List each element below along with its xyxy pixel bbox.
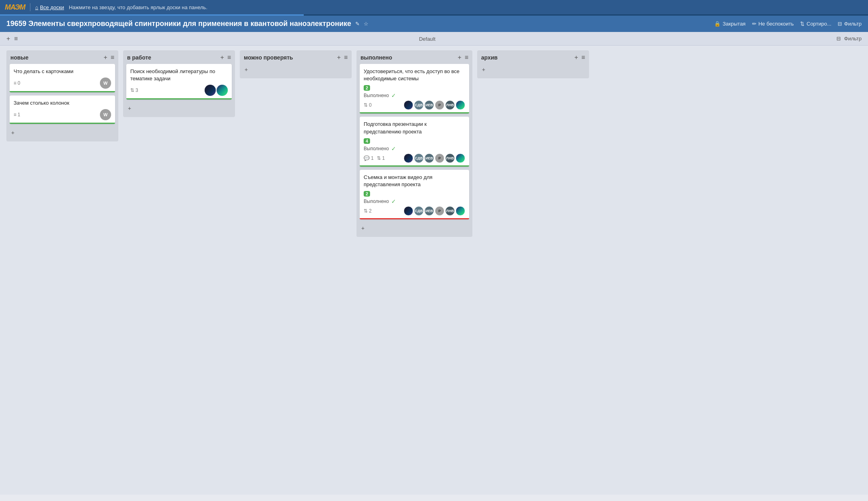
menu-btn[interactable]: ≡: [14, 35, 18, 42]
filter-icon: ⊟: [838, 21, 842, 27]
avatar-last-c6: [456, 206, 465, 216]
column-title-cancheck: можно проверять: [244, 54, 293, 61]
avatar-main-c5: [404, 153, 413, 163]
column-title-inwork: в работе: [127, 54, 151, 61]
add-list-btn[interactable]: +: [6, 35, 10, 42]
add-card-cancheck[interactable]: +: [243, 64, 348, 75]
check-icon-c4: ✓: [391, 92, 396, 99]
add-card-btn-inwork[interactable]: +: [220, 54, 224, 61]
card-meta-left-c2: ≡ 1: [14, 112, 20, 117]
filter-btn[interactable]: ⊟ Фильтр: [838, 21, 862, 27]
closed-status[interactable]: 🔒 Закрытая: [714, 21, 745, 27]
star-board-btn[interactable]: ☆: [364, 21, 368, 27]
card-meta-c1: ≡ 0 W: [14, 78, 111, 89]
card-c3[interactable]: Поиск необходимой литературы по тематике…: [126, 64, 232, 99]
column-header-cancheck: можно проверять + ≡: [240, 50, 352, 64]
plus-icon-inwork: +: [128, 105, 131, 111]
all-boards-link[interactable]: ⌂ Все доски: [35, 4, 64, 10]
column-menu-btn-inwork[interactable]: ≡: [227, 54, 231, 61]
column-header-archive: архив + ≡: [477, 50, 589, 64]
column-menu-btn-done[interactable]: ≡: [465, 54, 468, 61]
card-avatar-c2: W: [100, 109, 111, 120]
menu-icon: ≡: [14, 35, 18, 42]
column-cancheck: можно проверять + ≡ +: [240, 50, 352, 78]
add-card-btn-cancheck[interactable]: +: [337, 54, 340, 61]
column-header-done: выполнено + ≡: [356, 50, 472, 64]
avatar-lnv-c4: ЛНВ: [445, 100, 455, 110]
plus-icon-new: +: [11, 129, 14, 136]
plus-icon-cancheck: +: [245, 66, 248, 73]
column-done: выполнено + ≡ Удостовериться, что есть д…: [356, 50, 472, 237]
card-c2[interactable]: Зачем столько колонок ≡ 1 W: [10, 95, 115, 124]
card-row-bottom-c6: ⇅ 2 СДВ ИЕВ Р ЛНВ: [364, 206, 465, 216]
vote-icon-c6: ⇅ 2: [364, 208, 372, 214]
avatar-lnv-c5: ЛНВ: [445, 153, 455, 163]
card-bar-c1: [10, 91, 115, 92]
column-header-inwork: в работе + ≡: [123, 50, 235, 64]
vote-sym: ⇅: [130, 87, 134, 93]
avatar-main-c6: [404, 206, 413, 216]
card-checklist-icon-c1: ≡ 0: [14, 80, 20, 86]
column-body-inwork: Поиск необходимой литературы по тематике…: [123, 64, 235, 117]
card-status-c6: Выполнено ✓: [364, 198, 465, 205]
card-badge-c5: 4: [364, 138, 370, 144]
card-meta-left-c6: ⇅ 2: [364, 208, 372, 214]
card-title-c4: Удостовериться, что есть доступ во все н…: [364, 68, 465, 82]
sort-icon: ⇅: [800, 21, 804, 27]
board-title-area: 19659 Элементы сверхпроводящей спинтрони…: [6, 20, 368, 28]
avatar-p-c5: Р: [435, 153, 444, 163]
card-title-c5: Подготовка презентации к представлению п…: [364, 121, 465, 135]
card-count-c1: 0: [18, 80, 20, 86]
column-actions-done: + ≡: [458, 54, 468, 61]
card-count-c3: 3: [135, 87, 138, 93]
card-avatars-c6: СДВ ИЕВ Р ЛНВ: [404, 206, 465, 216]
column-body-done: Удостовериться, что есть доступ во все н…: [356, 64, 472, 237]
nav-hint: Нажмите на звезду, что добавить ярлык до…: [69, 4, 207, 10]
column-menu-btn-new[interactable]: ≡: [111, 54, 114, 61]
card-checklist-icon-c2: ≡ 1: [14, 112, 20, 117]
column-header-new: новые + ≡: [6, 50, 118, 64]
do-not-disturb-btn[interactable]: ✏ Не беспокоить: [752, 21, 794, 27]
check-icon-c6: ✓: [391, 198, 396, 205]
edit-board-btn[interactable]: ✎: [355, 21, 360, 27]
card-c6[interactable]: Съемка и монтаж видео для представления …: [360, 170, 469, 219]
card-bar-c2: [10, 123, 115, 124]
column-menu-btn-cancheck[interactable]: ≡: [344, 54, 348, 61]
add-card-btn-done[interactable]: +: [458, 54, 461, 61]
nav-separator: [30, 3, 30, 11]
sort-btn[interactable]: ⇅ Сортиро...: [800, 21, 831, 27]
logo: МАЭМ: [5, 3, 25, 12]
avatar-p-c4: Р: [435, 100, 444, 110]
avatar-2-c3: [217, 85, 228, 96]
card-bar-c4: [360, 112, 469, 113]
toolbar-left: + ≡: [6, 35, 18, 42]
column-new: новые + ≡ Что делать с карточками ≡ 0 W: [6, 50, 118, 141]
top-nav: МАЭМ ⌂ Все доски Нажмите на звезду, что …: [0, 0, 868, 14]
card-bar-c6: [360, 218, 469, 219]
add-card-btn-new[interactable]: +: [104, 54, 107, 61]
column-title-done: выполнено: [360, 54, 392, 61]
board-actions: 🔒 Закрытая ✏ Не беспокоить ⇅ Сортиро... …: [714, 21, 862, 27]
add-card-inwork[interactable]: +: [126, 103, 232, 114]
card-votes-c4: ⇅ 0: [364, 102, 372, 108]
checklist-sym: ≡: [14, 80, 16, 86]
column-menu-btn-archive[interactable]: ≡: [581, 54, 585, 61]
add-card-btn-archive[interactable]: +: [574, 54, 578, 61]
add-card-archive[interactable]: +: [480, 64, 586, 75]
card-c1[interactable]: Что делать с карточками ≡ 0 W: [10, 64, 115, 92]
card-meta-c2: ≡ 1 W: [14, 109, 111, 120]
plus-icon-archive: +: [482, 66, 485, 73]
card-c5[interactable]: Подготовка презентации к представлению п…: [360, 117, 469, 166]
card-avatars-c5: СДВ ИЕВ Р ЛНВ: [404, 153, 465, 163]
toolbar-right[interactable]: ⊟ Фильтр: [836, 36, 862, 42]
card-badge-c4: 2: [364, 85, 370, 91]
card-c4[interactable]: Удостовериться, что есть доступ во все н…: [360, 64, 469, 113]
avatar-main-c4: [404, 100, 413, 110]
card-vote-icon-c3: ⇅ 3: [130, 87, 138, 93]
avatar-last-c5: [456, 153, 465, 163]
add-card-done[interactable]: +: [360, 223, 469, 234]
add-card-new[interactable]: +: [10, 127, 115, 138]
column-actions-new: + ≡: [104, 54, 114, 61]
comment-icon-c5: 💬 1: [364, 155, 374, 161]
board-title: 19659 Элементы сверхпроводящей спинтрони…: [6, 20, 351, 28]
